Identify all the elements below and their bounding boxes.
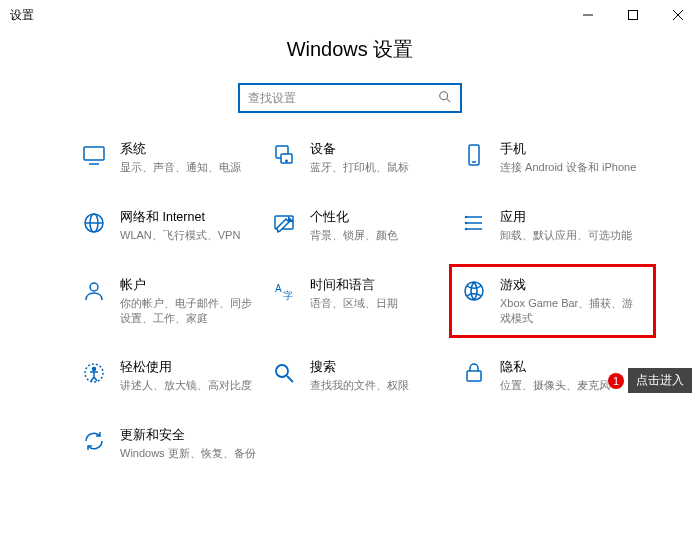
setting-network[interactable]: 网络和 Internet WLAN、飞行模式、VPN (80, 209, 265, 243)
privacy-icon (460, 359, 488, 387)
setting-apps[interactable]: 应用 卸载、默认应用、可选功能 (460, 209, 645, 243)
setting-ease-of-access[interactable]: 轻松使用 讲述人、放大镜、高对比度 (80, 359, 265, 393)
apps-icon (460, 209, 488, 237)
item-desc: Xbox Game Bar、捕获、游戏模式 (500, 296, 640, 326)
svg-text:字: 字 (283, 290, 293, 301)
minimize-icon (583, 10, 593, 20)
annotation-callout: 1 点击进入 (608, 368, 692, 393)
item-desc: 卸载、默认应用、可选功能 (500, 228, 632, 243)
svg-point-21 (466, 222, 467, 223)
item-desc: 语音、区域、日期 (310, 296, 398, 311)
item-title: 个性化 (310, 209, 398, 226)
page-title: Windows 设置 (0, 36, 700, 63)
svg-point-29 (276, 365, 288, 377)
item-title: 手机 (500, 141, 636, 158)
item-desc: 蓝牙、打印机、鼠标 (310, 160, 409, 175)
item-title: 系统 (120, 141, 241, 158)
item-desc: 位置、摄像头、麦克风 (500, 378, 610, 393)
annotation-text: 点击进入 (628, 368, 692, 393)
setting-phone[interactable]: 手机 连接 Android 设备和 iPhone (460, 141, 645, 175)
search-icon (438, 90, 452, 107)
item-desc: WLAN、飞行模式、VPN (120, 228, 240, 243)
svg-point-22 (466, 228, 467, 229)
update-icon (80, 427, 108, 455)
search-box[interactable] (238, 83, 462, 113)
close-icon (673, 10, 683, 20)
window-controls (565, 0, 700, 30)
setting-gaming[interactable]: 游戏 Xbox Game Bar、捕获、游戏模式 (449, 264, 656, 339)
item-title: 游戏 (500, 277, 640, 294)
phone-icon (460, 141, 488, 169)
search-input[interactable] (248, 91, 438, 105)
search-wrap (0, 83, 700, 113)
item-title: 更新和安全 (120, 427, 256, 444)
devices-icon (270, 141, 298, 169)
setting-update-security[interactable]: 更新和安全 Windows 更新、恢复、备份 (80, 427, 265, 461)
item-desc: Windows 更新、恢复、备份 (120, 446, 256, 461)
item-desc: 连接 Android 设备和 iPhone (500, 160, 636, 175)
gaming-icon (460, 277, 488, 305)
svg-point-28 (93, 368, 96, 371)
system-icon (80, 141, 108, 169)
item-title: 隐私 (500, 359, 610, 376)
search-category-icon (270, 359, 298, 387)
ease-icon (80, 359, 108, 387)
item-title: 帐户 (120, 277, 260, 294)
item-desc: 背景、锁屏、颜色 (310, 228, 398, 243)
maximize-button[interactable] (610, 0, 655, 30)
item-title: 设备 (310, 141, 409, 158)
svg-point-10 (286, 160, 287, 161)
item-desc: 你的帐户、电子邮件、同步设置、工作、家庭 (120, 296, 260, 326)
svg-point-23 (90, 283, 98, 291)
svg-line-30 (287, 376, 293, 382)
maximize-icon (628, 10, 638, 20)
window-title: 设置 (10, 7, 34, 24)
svg-text:A: A (275, 283, 282, 294)
setting-devices[interactable]: 设备 蓝牙、打印机、鼠标 (270, 141, 455, 175)
item-title: 应用 (500, 209, 632, 226)
setting-time-language[interactable]: A字 时间和语言 语音、区域、日期 (270, 277, 455, 326)
item-desc: 讲述人、放大镜、高对比度 (120, 378, 252, 393)
titlebar: 设置 (0, 0, 700, 30)
setting-search[interactable]: 搜索 查找我的文件、权限 (270, 359, 455, 393)
svg-line-5 (447, 98, 451, 102)
network-icon (80, 209, 108, 237)
item-title: 搜索 (310, 359, 409, 376)
setting-system[interactable]: 系统 显示、声音、通知、电源 (80, 141, 265, 175)
time-language-icon: A字 (270, 277, 298, 305)
item-title: 网络和 Internet (120, 209, 240, 226)
item-desc: 查找我的文件、权限 (310, 378, 409, 393)
annotation-badge: 1 (608, 373, 624, 389)
personalization-icon (270, 209, 298, 237)
settings-grid: 系统 显示、声音、通知、电源 设备 蓝牙、打印机、鼠标 手机 连接 Androi… (0, 141, 700, 461)
svg-point-20 (466, 216, 467, 217)
accounts-icon (80, 277, 108, 305)
svg-rect-31 (467, 371, 481, 381)
minimize-button[interactable] (565, 0, 610, 30)
item-title: 时间和语言 (310, 277, 398, 294)
svg-point-26 (465, 282, 483, 300)
item-desc: 显示、声音、通知、电源 (120, 160, 241, 175)
setting-accounts[interactable]: 帐户 你的帐户、电子邮件、同步设置、工作、家庭 (80, 277, 265, 326)
item-title: 轻松使用 (120, 359, 252, 376)
svg-point-4 (440, 91, 448, 99)
svg-rect-6 (84, 147, 104, 160)
setting-personalization[interactable]: 个性化 背景、锁屏、颜色 (270, 209, 455, 243)
svg-rect-1 (628, 11, 637, 20)
close-button[interactable] (655, 0, 700, 30)
